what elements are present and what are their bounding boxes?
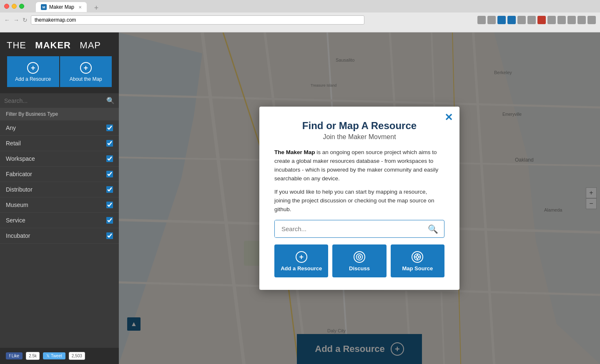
filter-label-incubator: Incubator (6, 232, 30, 239)
toolbar-icon-11 (577, 16, 586, 24)
toolbar-icon-7 (537, 16, 546, 24)
sidebar-footer: f Like 2.5k 𝕏 Tweet 2,503 (0, 348, 119, 364)
modal-body-p1: The Maker Map is an ongoing open source … (274, 148, 444, 183)
modal-add-resource-btn[interactable]: + Add a Resource (274, 244, 328, 277)
close-window-btn[interactable] (4, 4, 9, 9)
filter-item-museum: Museum (0, 197, 119, 213)
reload-btn[interactable]: ↻ (23, 17, 28, 23)
modal-actions: + Add a Resource Discuss (274, 244, 444, 277)
maximize-window-btn[interactable] (19, 4, 24, 9)
filter-checkbox-museum[interactable] (106, 202, 113, 208)
active-tab[interactable]: M Maker Map ✕ (36, 2, 87, 12)
like-count: 2.5k (26, 352, 40, 360)
like-label: Like (12, 354, 19, 358)
modal-search-wrap: 🔍 (274, 220, 444, 238)
facebook-like-btn[interactable]: f Like (6, 352, 23, 359)
tab-close-icon[interactable]: ✕ (78, 5, 82, 10)
sidebar-search-input[interactable] (4, 97, 106, 104)
svg-point-26 (356, 254, 362, 260)
modal-close-btn[interactable]: ✕ (444, 112, 453, 122)
filter-item-distributor: Distributor (0, 182, 119, 197)
sidebar-logo: THE MAKER MAP (7, 40, 112, 51)
modal-search-btn[interactable]: 🔍 (422, 224, 444, 234)
sidebar-about-map-btn[interactable]: + About the Map (60, 56, 112, 87)
filter-label-any: Any (6, 125, 16, 131)
modal-discuss-btn[interactable]: Discuss (332, 244, 386, 277)
filter-label-workspace: Workspace (6, 155, 35, 162)
svg-point-29 (416, 256, 419, 258)
sidebar-header: THE MAKER MAP + Add a Resource + About t… (0, 32, 119, 93)
url-input[interactable] (31, 15, 364, 25)
toolbar-icon-3 (497, 16, 506, 24)
toolbar-icons (477, 16, 596, 24)
filter-label-museum: Museum (6, 202, 28, 208)
sidebar-about-map-label: About the Map (70, 76, 102, 82)
minimize-window-btn[interactable] (12, 4, 17, 9)
filter-label-service: Service (6, 217, 25, 224)
filter-label-distributor: Distributor (6, 186, 33, 193)
filter-checkbox-retail[interactable] (106, 140, 113, 147)
new-tab-btn[interactable]: + (90, 4, 103, 12)
modal-body-p2: If you would like to help you can start … (274, 188, 444, 214)
tweet-label: Tweet (51, 354, 62, 358)
main-container: THE MAKER MAP + Add a Resource + About t… (0, 32, 600, 364)
toolbar-icon-1 (477, 16, 486, 24)
twitter-tweet-btn[interactable]: 𝕏 Tweet (43, 352, 65, 359)
filter-item-incubator: Incubator (0, 228, 119, 244)
modal-discuss-label: Discuss (349, 265, 370, 272)
filter-checkbox-service[interactable] (106, 217, 113, 224)
about-map-circle-icon: + (80, 62, 92, 74)
modal-title: Find or Map A Resource (274, 120, 444, 132)
filter-checkbox-workspace[interactable] (106, 155, 113, 162)
filter-label-retail: Retail (6, 140, 21, 147)
modal-body-bold: The Maker Map (274, 149, 315, 155)
sidebar-add-resource-btn[interactable]: + Add a Resource (7, 56, 59, 87)
toolbar-icon-5 (517, 16, 526, 24)
tab-title: Maker Map (49, 4, 74, 10)
facebook-icon: f (9, 354, 10, 358)
browser-chrome: M Maker Map ✕ + ← → ↻ (0, 0, 600, 32)
sidebar-search-container: 🔍 (0, 93, 119, 108)
filter-item-workspace: Workspace (0, 151, 119, 167)
forward-btn[interactable]: → (13, 17, 19, 23)
modal-dialog: ✕ Find or Map A Resource Join the Maker … (259, 107, 459, 290)
filter-item-fabricator: Fabricator (0, 167, 119, 182)
toolbar-icon-12 (587, 16, 596, 24)
sidebar: THE MAKER MAP + Add a Resource + About t… (0, 32, 119, 364)
logo-map: MAP (80, 40, 101, 50)
address-bar: ← → ↻ (0, 12, 600, 27)
back-btn[interactable]: ← (4, 17, 10, 23)
map-area[interactable]: Sausalito Treasure Island Berkeley Emery… (119, 32, 600, 364)
filter-header: Filter By Business Type (0, 108, 119, 120)
filter-checkbox-incubator[interactable] (106, 232, 113, 239)
filter-checkbox-distributor[interactable] (106, 186, 113, 193)
logo-the: THE (7, 40, 26, 50)
modal-overlay[interactable]: ✕ Find or Map A Resource Join the Maker … (119, 32, 600, 364)
map-source-modal-icon (412, 251, 423, 263)
toolbar-icon-9 (557, 16, 566, 24)
toolbar-icon-10 (567, 16, 576, 24)
twitter-icon: 𝕏 (46, 354, 50, 358)
modal-map-source-btn[interactable]: Map Source (391, 244, 444, 277)
toolbar-icon-2 (487, 16, 496, 24)
filter-checkbox-any[interactable] (106, 125, 113, 131)
filter-label-fabricator: Fabricator (6, 171, 32, 177)
filter-item-retail: Retail (0, 136, 119, 151)
modal-add-resource-label: Add a Resource (281, 265, 322, 272)
modal-map-source-label: Map Source (402, 265, 433, 272)
modal-subtitle: Join the Maker Movment (274, 133, 444, 141)
toolbar-icon-8 (547, 16, 556, 24)
logo-maker: MAKER (35, 40, 71, 50)
filter-checkbox-fabricator[interactable] (106, 171, 113, 177)
add-resource-circle-icon: + (27, 62, 39, 74)
add-resource-modal-icon: + (296, 251, 307, 263)
filter-list: Any Retail Workspace Fabricator Distribu… (0, 120, 119, 348)
filter-item-any: Any (0, 120, 119, 136)
filter-item-service: Service (0, 213, 119, 228)
sidebar-add-resource-label: Add a Resource (15, 76, 51, 82)
toolbar-icon-6 (527, 16, 536, 24)
sidebar-actions: + Add a Resource + About the Map (7, 56, 112, 87)
tweet-count: 2,503 (69, 352, 85, 360)
modal-search-input[interactable] (275, 220, 422, 237)
title-bar: M Maker Map ✕ + (0, 0, 600, 12)
